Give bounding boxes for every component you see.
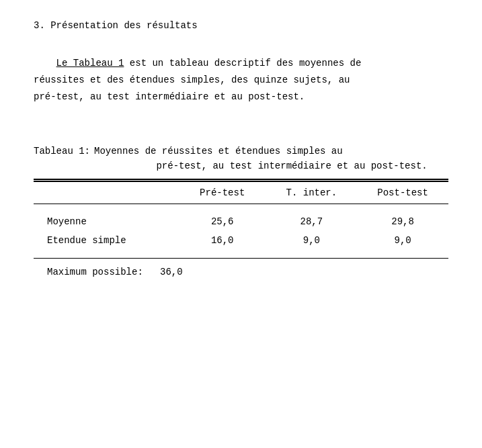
cell-etendue-tinter: 9,0 (266, 231, 358, 250)
cell-etendue-pre: 16,0 (179, 231, 266, 250)
caption-text: Moyennes de réussites et étendues simple… (94, 144, 428, 174)
table-wrapper: Pré-test T. inter. Post-test Moyenne 25,… (34, 179, 448, 280)
footer-note: Maximum possible: 36,0 (34, 261, 448, 280)
footer-value: 36,0 (160, 267, 183, 277)
col-header-empty (34, 182, 179, 204)
cell-moyenne-pre: 25,6 (179, 212, 266, 231)
section-title: 3. Présentation des résultats (34, 20, 448, 31)
cell-etendue-post: 9,0 (357, 231, 448, 250)
col-header-post-test: Post-test (357, 182, 448, 204)
tableau-link: Le Tableau 1 (56, 58, 124, 69)
data-table: Pré-test T. inter. Post-test Moyenne 25,… (34, 182, 448, 258)
tableau-caption: Tableau 1: Moyennes de réussites et éten… (34, 144, 448, 174)
spacer-row-1 (34, 204, 448, 213)
single-rule-bottom (34, 258, 448, 259)
table-header-row: Pré-test T. inter. Post-test (34, 182, 448, 204)
spacer-row-2 (34, 250, 448, 258)
paragraph-1: Le Tableau 1 est un tableau descriptif d… (34, 55, 448, 106)
caption-label: Tableau 1: (34, 144, 90, 159)
row-label-moyenne: Moyenne (34, 212, 179, 231)
cell-moyenne-tinter: 28,7 (266, 212, 358, 231)
row-label-etendue: Etendue simple (34, 231, 179, 250)
col-header-t-inter: T. inter. (266, 182, 358, 204)
footer-label: Maximum possible: (47, 267, 143, 277)
table-row: Etendue simple 16,0 9,0 9,0 (34, 231, 448, 250)
cell-moyenne-post: 29,8 (357, 212, 448, 231)
col-header-pre-test: Pré-test (179, 182, 266, 204)
table-row: Moyenne 25,6 28,7 29,8 (34, 212, 448, 231)
